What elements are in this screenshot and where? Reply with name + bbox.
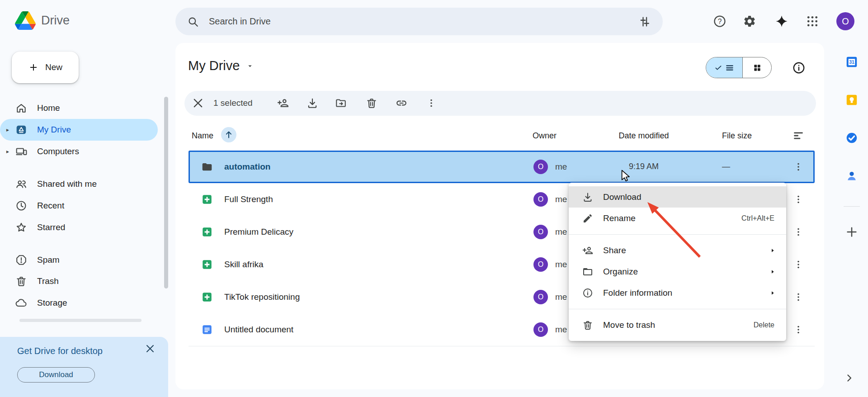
row-more-options-icon[interactable] — [791, 257, 806, 272]
menu-item-move-to-trash[interactable]: Move to trash Delete — [569, 314, 786, 336]
search-input[interactable] — [208, 16, 629, 27]
owner-avatar: O — [533, 192, 548, 207]
column-header-name[interactable]: Name — [192, 131, 213, 141]
contacts-icon[interactable] — [845, 169, 859, 183]
file-name: TikTok repositioning — [224, 292, 300, 302]
sidebar-item-storage[interactable]: Storage — [0, 292, 158, 314]
expand-caret-icon[interactable]: ▸ — [0, 127, 15, 133]
drive-logo-icon — [15, 11, 36, 30]
sidebar-item-recent[interactable]: Recent — [0, 195, 158, 217]
file-name: Skill afrika — [224, 260, 264, 269]
copy-link-button[interactable] — [392, 94, 410, 112]
gemini-icon[interactable] — [775, 14, 788, 28]
menu-item-label: Folder information — [603, 288, 672, 298]
sidebar-item-home[interactable]: Home — [0, 97, 158, 119]
svg-text:?: ? — [718, 18, 722, 25]
computers-icon — [15, 146, 27, 157]
sort-options-icon[interactable] — [793, 130, 804, 142]
row-more-options-icon[interactable] — [791, 322, 806, 337]
sort-ascending-icon[interactable] — [221, 127, 236, 142]
menu-item-organize[interactable]: Organize — [569, 261, 786, 282]
grid-view-button[interactable] — [743, 57, 771, 78]
download-button[interactable] — [303, 94, 321, 112]
account-avatar[interactable]: O — [836, 12, 854, 30]
pencil-icon — [582, 213, 593, 224]
sheets-icon — [201, 194, 213, 205]
more-options-icon[interactable] — [422, 94, 440, 112]
my-drive-icon — [15, 124, 27, 136]
person-add-icon — [582, 245, 593, 256]
menu-item-label: Download — [603, 192, 642, 202]
owner-label: me — [555, 325, 567, 335]
info-icon[interactable] — [792, 61, 806, 75]
sidebar-item-label: Computers — [37, 147, 79, 156]
expand-caret-icon[interactable]: ▸ — [0, 148, 15, 155]
expand-panel-icon[interactable] — [844, 373, 854, 383]
menu-item-rename[interactable]: Rename Ctrl+Alt+E — [569, 208, 786, 229]
move-to-folder-button[interactable] — [332, 94, 350, 112]
apps-grid-icon[interactable] — [806, 14, 819, 28]
sidebar-item-label: Shared with me — [37, 179, 97, 189]
clear-selection-icon[interactable] — [192, 97, 204, 109]
owner-avatar: O — [533, 225, 548, 239]
help-icon[interactable]: ? — [713, 14, 726, 28]
search-icon[interactable] — [187, 16, 199, 28]
list-view-icon — [725, 63, 734, 72]
folder-open-icon — [582, 266, 593, 277]
list-view-button[interactable] — [706, 57, 743, 78]
tasks-icon[interactable] — [845, 131, 859, 145]
page-title-label: My Drive — [188, 58, 240, 73]
sidebar-scrollbar[interactable] — [164, 97, 168, 288]
svg-text:31: 31 — [849, 59, 854, 65]
owner-label: me — [555, 260, 567, 269]
menu-item-label: Move to trash — [603, 320, 655, 330]
submenu-arrow-icon — [769, 289, 776, 297]
check-icon — [714, 64, 722, 72]
menu-divider — [569, 234, 786, 235]
share-button[interactable] — [274, 94, 292, 112]
sidebar-item-trash[interactable]: Trash — [0, 270, 158, 292]
settings-gear-icon[interactable] — [743, 14, 756, 28]
spam-icon — [15, 254, 27, 266]
promo-download-button[interactable]: Download — [17, 367, 95, 383]
trash-icon — [15, 275, 27, 287]
owner-label: me — [555, 292, 567, 302]
row-more-options-icon[interactable] — [791, 225, 806, 239]
new-button[interactable]: New — [12, 52, 79, 83]
sidebar-item-spam[interactable]: Spam — [0, 249, 158, 271]
column-header-modified[interactable]: Date modified — [608, 131, 680, 141]
sidebar-item-my-drive[interactable]: ▸ My Drive — [0, 119, 158, 141]
row-more-options-icon[interactable] — [791, 290, 806, 304]
sidebar-item-shared-with-me[interactable]: Shared with me — [0, 173, 158, 195]
folder-icon — [201, 161, 213, 173]
sidebar-item-starred[interactable]: Starred — [0, 217, 158, 238]
menu-item-download[interactable]: Download — [569, 186, 786, 208]
owner-label: me — [555, 227, 567, 237]
keep-icon[interactable] — [845, 93, 859, 107]
table-row[interactable]: automation O me 9:19 AM — — [189, 151, 815, 183]
grid-view-icon — [753, 63, 762, 72]
column-header-size[interactable]: File size — [722, 131, 752, 141]
sidebar-item-label: Storage — [37, 298, 67, 308]
sheets-icon — [201, 291, 213, 303]
menu-item-folder-information[interactable]: Folder information — [569, 282, 786, 303]
info-icon — [582, 288, 593, 298]
menu-item-share[interactable]: Share — [569, 240, 786, 261]
row-more-options-icon[interactable] — [791, 192, 806, 207]
page-title[interactable]: My Drive — [188, 58, 254, 73]
advanced-search-icon[interactable] — [638, 15, 651, 28]
add-panel-icon[interactable] — [845, 225, 859, 239]
view-toggle — [706, 57, 772, 78]
menu-shortcut: Ctrl+Alt+E — [741, 214, 774, 222]
calendar-icon[interactable]: 31 — [845, 55, 859, 69]
column-header-owner[interactable]: Owner — [533, 131, 557, 141]
drive-brand[interactable]: Drive — [15, 11, 70, 30]
sidebar-item-label: Starred — [37, 222, 65, 232]
sidebar-item-computers[interactable]: ▸ Computers — [0, 141, 158, 162]
row-more-options-icon[interactable] — [791, 160, 806, 174]
owner-label: me — [555, 194, 567, 204]
owner-avatar: O — [533, 160, 548, 174]
search-bar[interactable] — [175, 8, 663, 35]
trash-button[interactable] — [363, 94, 381, 112]
close-icon[interactable] — [145, 343, 156, 354]
